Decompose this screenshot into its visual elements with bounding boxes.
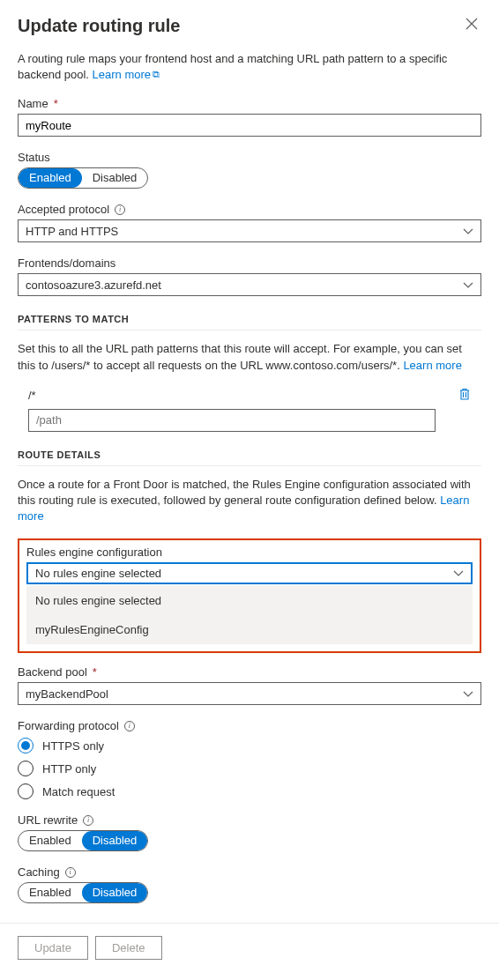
radio-icon <box>18 783 34 799</box>
delete-button[interactable]: Delete <box>95 936 162 960</box>
chevron-down-icon <box>463 278 473 292</box>
update-button[interactable]: Update <box>18 936 88 960</box>
backend-pool-select[interactable]: myBackendPool <box>18 682 481 705</box>
radio-icon <box>18 738 34 754</box>
info-icon[interactable]: i <box>65 867 76 878</box>
url-rewrite-enabled-option[interactable]: Enabled <box>19 831 82 850</box>
patterns-desc: Set this to all the URL path patterns th… <box>18 341 481 373</box>
patterns-learn-more-link[interactable]: Learn more <box>403 359 461 372</box>
status-label: Status <box>18 151 50 164</box>
backend-pool-label: Backend pool <box>18 665 87 679</box>
required-icon: * <box>93 665 97 679</box>
panel-title: Update routing rule <box>18 16 180 36</box>
caching-label: Caching <box>18 865 60 879</box>
forwarding-https-radio[interactable]: HTTPS only <box>18 738 481 754</box>
rules-engine-selected-value: No rules engine selected <box>35 567 161 580</box>
radio-label: Match request <box>42 785 115 798</box>
trash-icon[interactable] <box>458 388 471 404</box>
forwarding-protocol-label: Forwarding protocol <box>18 719 119 732</box>
name-label: Name <box>18 97 48 110</box>
frontends-label: Frontends/domains <box>18 256 115 270</box>
rules-engine-label: Rules engine configuration <box>26 546 162 559</box>
backend-pool-value: myBackendPool <box>26 687 108 701</box>
required-icon: * <box>54 97 58 110</box>
frontends-value: contosoazure3.azurefd.net <box>26 278 161 292</box>
pattern-add-input[interactable] <box>28 409 436 432</box>
forwarding-http-radio[interactable]: HTTP only <box>18 761 481 776</box>
external-link-icon: ⧉ <box>153 68 160 81</box>
patterns-desc-body: Set this to all the URL path patterns th… <box>18 342 462 371</box>
info-icon[interactable]: i <box>124 721 135 731</box>
info-icon[interactable]: i <box>115 204 125 215</box>
caching-enabled-option[interactable]: Enabled <box>19 883 82 902</box>
rules-engine-select[interactable]: No rules engine selected <box>26 562 473 584</box>
chevron-down-icon <box>463 687 473 701</box>
intro-body: A routing rule maps your frontend host a… <box>18 52 447 81</box>
accepted-protocol-select[interactable]: HTTP and HTTPS <box>18 219 481 242</box>
route-details-heading: ROUTE DETAILS <box>18 449 481 466</box>
radio-label: HTTPS only <box>42 739 104 753</box>
status-enabled-option[interactable]: Enabled <box>19 168 82 188</box>
accepted-protocol-label: Accepted protocol <box>18 203 109 216</box>
caching-toggle[interactable]: Enabled Disabled <box>18 882 148 903</box>
pattern-value: /* <box>28 389 450 402</box>
rules-engine-option[interactable]: No rules engine selected <box>26 586 473 615</box>
route-details-desc: Once a route for a Front Door is matched… <box>18 477 481 525</box>
info-icon[interactable]: i <box>83 815 93 826</box>
forwarding-match-radio[interactable]: Match request <box>18 783 481 799</box>
url-rewrite-label: URL rewrite <box>18 813 78 827</box>
radio-label: HTTP only <box>42 762 96 776</box>
radio-icon <box>18 761 34 776</box>
close-icon[interactable] <box>462 14 481 37</box>
url-rewrite-disabled-option[interactable]: Disabled <box>82 831 148 850</box>
rules-engine-highlight: Rules engine configuration No rules engi… <box>18 538 481 653</box>
url-rewrite-toggle[interactable]: Enabled Disabled <box>18 830 148 851</box>
intro-text: A routing rule maps your frontend host a… <box>18 51 481 83</box>
patterns-section-heading: PATTERNS TO MATCH <box>18 314 481 330</box>
rules-engine-dropdown-list: No rules engine selected myRulesEngineCo… <box>26 586 473 644</box>
chevron-down-icon <box>453 567 464 580</box>
route-details-desc-body: Once a route for a Front Door is matched… <box>18 478 471 507</box>
caching-disabled-option[interactable]: Disabled <box>82 883 148 902</box>
status-disabled-option[interactable]: Disabled <box>82 168 148 188</box>
rules-engine-option[interactable]: myRulesEngineConfig <box>26 615 473 644</box>
frontends-select[interactable]: contosoazure3.azurefd.net <box>18 273 481 296</box>
accepted-protocol-value: HTTP and HTTPS <box>26 225 118 238</box>
chevron-down-icon <box>463 225 473 238</box>
status-toggle[interactable]: Enabled Disabled <box>18 167 148 189</box>
name-input[interactable] <box>18 114 481 137</box>
intro-learn-more-link[interactable]: Learn more⧉ <box>93 68 160 81</box>
